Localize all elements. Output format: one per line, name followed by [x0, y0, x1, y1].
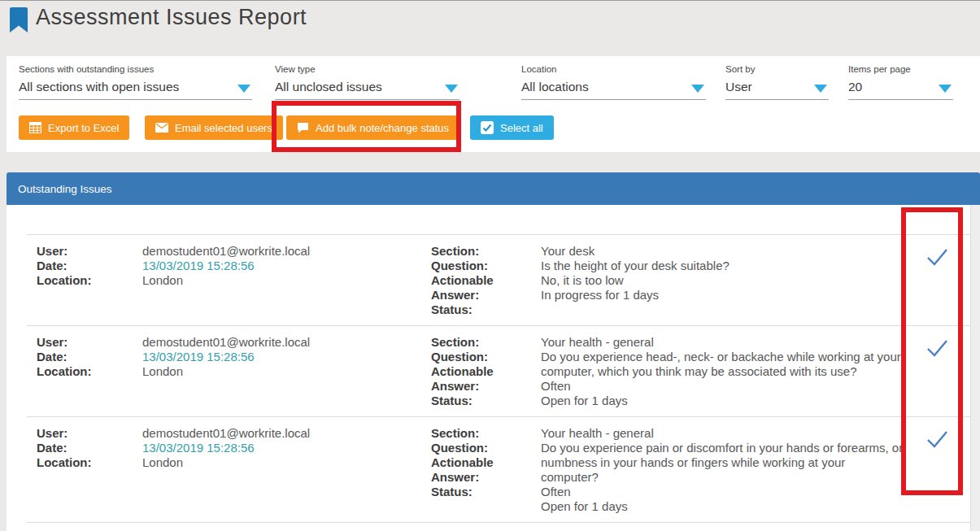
triangle-down-icon [814, 85, 827, 93]
sections-dropdown[interactable]: All sections with open issues [19, 78, 252, 100]
page-header: Assessment Issues Report [0, 1, 980, 54]
select-all-button[interactable]: Select all [470, 115, 554, 140]
table-grid-icon [29, 122, 41, 133]
section-label: Section: [431, 335, 541, 350]
dropdown-value: All sections with open issues [19, 80, 179, 94]
question-label: Question: [431, 350, 541, 364]
envelope-icon [155, 123, 168, 133]
filter-label: Items per page [848, 64, 953, 74]
user-value: demostudent01@workrite.local [142, 426, 431, 441]
location-label: Location: [37, 364, 142, 379]
dropdown-value: All locations [521, 80, 589, 94]
date-link[interactable]: 13/03/2019 15:28:56 [142, 441, 431, 455]
filter-label: Sections with outstanding issues [19, 64, 252, 74]
export-to-excel-button[interactable]: Export to Excel [19, 115, 129, 140]
issues-table: User: Date: Location: demostudent01@work… [7, 205, 980, 531]
view-type-dropdown[interactable]: All unclosed issues [275, 78, 460, 100]
answer-value: No, it is too low [541, 273, 904, 288]
question-value: Is the height of your desk suitable? [541, 259, 904, 273]
user-label: User: [37, 426, 142, 441]
email-selected-users-button[interactable]: Email selected users [145, 115, 283, 140]
sort-by-dropdown[interactable]: User [725, 78, 829, 100]
answer-label: Actionable Answer: [431, 364, 541, 394]
section-label: Section: [431, 244, 541, 259]
date-label: Date: [37, 350, 142, 364]
status-label: Status: [431, 485, 541, 499]
section-value: Your health - general [541, 335, 904, 350]
location-label: Location: [37, 455, 142, 470]
bookmark-icon [8, 7, 29, 33]
triangle-down-icon [237, 85, 250, 93]
question-value: Do you experience pain or discomfort in … [541, 441, 904, 485]
date-label: Date: [37, 259, 142, 273]
button-label: Export to Excel [48, 122, 119, 134]
dropdown-value: All unclosed issues [275, 80, 382, 94]
checkmark-icon[interactable] [924, 246, 950, 268]
answer-value: Often [541, 485, 904, 499]
add-bulk-note-button[interactable]: Add bulk note/change status [286, 115, 460, 140]
checkmark-icon[interactable] [924, 428, 950, 450]
button-label: Add bulk note/change status [316, 122, 449, 134]
filter-items-per-page: Items per page 20 [848, 64, 953, 100]
filter-label: View type [275, 64, 460, 74]
checkmark-icon[interactable] [924, 337, 950, 359]
location-value: London [142, 455, 431, 470]
section-value: Your desk [541, 244, 904, 259]
section-label: Section: [431, 426, 541, 441]
status-label: Status: [431, 394, 541, 408]
question-label: Question: [431, 441, 541, 455]
dropdown-value: 20 [848, 80, 862, 94]
speech-bubble-icon [297, 122, 309, 133]
table-row: User: Date: Location: demostudent01@work… [27, 325, 970, 416]
status-value: In progress for 1 days [541, 288, 904, 302]
date-label: Date: [37, 441, 142, 455]
section-value: Your health - general [541, 426, 904, 441]
user-label: User: [37, 335, 142, 350]
dropdown-value: User [725, 80, 752, 94]
answer-label: Actionable Answer: [431, 455, 541, 485]
location-label: Location: [37, 273, 142, 288]
filter-sections: Sections with outstanding issues All sec… [19, 64, 252, 100]
table-row: User: Date: Location: demostudent01@work… [27, 416, 970, 522]
status-label: Status: [431, 302, 541, 317]
filter-label: Location [521, 64, 706, 74]
items-per-page-dropdown[interactable]: 20 [848, 78, 953, 100]
triangle-down-icon [939, 85, 952, 93]
checked-checkbox-icon [481, 121, 494, 134]
button-label: Email selected users [175, 122, 272, 134]
filter-location: Location All locations [521, 64, 706, 100]
answer-label: Actionable Answer: [431, 273, 541, 302]
table-right-strip [970, 205, 980, 531]
date-link[interactable]: 13/03/2019 15:28:56 [142, 350, 431, 364]
user-value: demostudent01@workrite.local [142, 335, 431, 350]
user-value: demostudent01@workrite.local [142, 244, 431, 259]
user-label: User: [37, 244, 142, 259]
filter-panel: Sections with outstanding issues All sec… [7, 56, 980, 152]
triangle-down-icon [445, 85, 458, 93]
date-link[interactable]: 13/03/2019 15:28:56 [142, 259, 431, 273]
location-dropdown[interactable]: All locations [521, 78, 706, 100]
section-header-label: Outstanding Issues [18, 183, 112, 195]
question-label: Question: [431, 259, 541, 273]
table-row: User: Date: Location: demostudent01@work… [27, 234, 970, 325]
status-value: Open for 1 days [541, 394, 904, 408]
location-value: London [142, 364, 431, 379]
button-label: Select all [500, 122, 543, 134]
triangle-down-icon [691, 85, 704, 93]
status-value: Open for 1 days [541, 499, 904, 514]
filter-view-type: View type All unclosed issues [275, 64, 460, 100]
table-row: User: demostudent01@workrite.local Secti… [27, 522, 970, 531]
question-value: Do you experience head-, neck- or backac… [541, 350, 904, 379]
filter-label: Sort by [725, 64, 829, 74]
page-title: Assessment Issues Report [36, 5, 307, 30]
location-value: London [142, 273, 431, 288]
filter-sort-by: Sort by User [725, 64, 829, 100]
outstanding-issues-header: Outstanding Issues [7, 172, 980, 205]
answer-value: Often [541, 379, 904, 394]
